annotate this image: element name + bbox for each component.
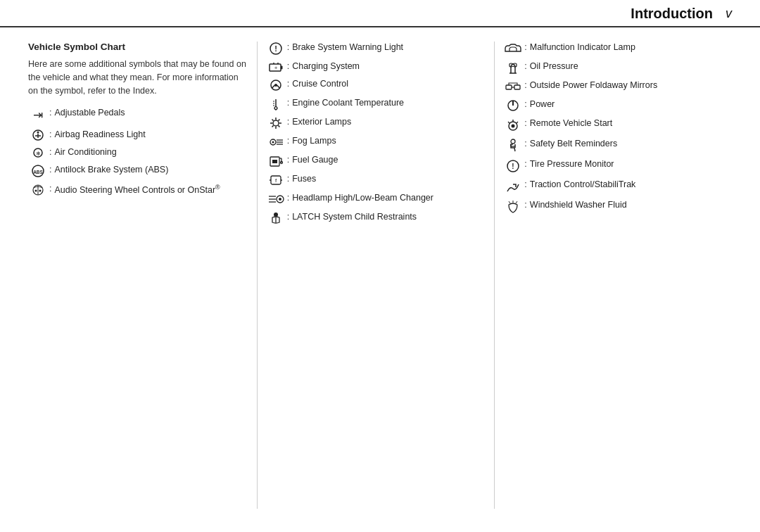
svg-text:!: ! <box>274 44 277 53</box>
cruise-icon <box>266 78 286 92</box>
headlamp-label: Headlamp High/Low-Beam Changer <box>292 192 486 205</box>
abs-icon: ABS <box>28 164 48 178</box>
list-item: ABS : Antilock Brake System (ABS) <box>28 164 248 178</box>
oil-pressure-icon <box>503 61 523 75</box>
traction-control-label: Traction Control/StabiliTrak <box>530 179 723 191</box>
list-item: : Engine Coolant Temperature <box>266 97 486 111</box>
mil-icon <box>503 42 523 56</box>
svg-point-51 <box>279 198 281 201</box>
intro-text: Here are some additional symbols that ma… <box>28 58 248 97</box>
mirrors-icon <box>503 80 523 94</box>
remote-start-label: Remote Vehicle Start <box>530 118 723 130</box>
svg-point-20 <box>274 84 277 87</box>
remote-start-icon <box>503 118 523 133</box>
fuses-icon: f <box>266 173 286 187</box>
power-icon <box>503 99 523 113</box>
list-item: : Outside Power Foldaway Mirrors <box>503 80 723 94</box>
tire-pressure-label: Tire Pressure Monitor <box>530 158 723 171</box>
adjustable-pedals-icon: ⇥ <box>28 107 48 124</box>
charging-label: Charging System <box>292 61 486 73</box>
exterior-lamps-label: Exterior Lamps <box>292 116 486 129</box>
adjustable-pedals-label: Adjustable Pedals <box>54 107 248 120</box>
brake-warning-label: Brake System Warning Light <box>292 42 486 54</box>
fuses-label: Fuses <box>292 173 486 186</box>
ac-icon: ❄ <box>28 146 48 159</box>
fog-lamps-label: Fog Lamps <box>292 135 486 148</box>
exterior-lamps-icon <box>266 116 286 130</box>
latch-label: LATCH System Child Restraints <box>292 211 486 224</box>
mil-label: Malfunction Indicator Lamp <box>530 42 723 54</box>
svg-rect-39 <box>272 160 277 163</box>
header-title: Introduction <box>631 6 713 22</box>
svg-point-24 <box>273 120 279 126</box>
svg-line-31 <box>278 120 279 121</box>
fuel-gauge-icon <box>266 154 286 168</box>
svg-point-10 <box>35 190 37 192</box>
svg-text:ABS: ABS <box>33 170 43 175</box>
list-item: : Malfunction Indicator Lamp <box>503 42 723 56</box>
list-item: ! : Brake System Warning Light <box>266 42 486 56</box>
fog-lamps-icon <box>266 135 286 149</box>
svg-point-52 <box>274 213 278 217</box>
charging-icon: + <box>266 61 286 73</box>
section-title: Vehicle Symbol Chart <box>28 42 248 52</box>
list-item: f : Fuses <box>266 173 486 187</box>
svg-point-65 <box>511 139 515 144</box>
list-item: + : Charging System <box>266 61 486 73</box>
svg-text:f: f <box>275 177 277 184</box>
oil-pressure-label: Oil Pressure <box>530 61 723 73</box>
list-item: ❄ : Air Conditioning <box>28 146 248 159</box>
ac-label: Air Conditioning <box>54 146 248 159</box>
svg-point-34 <box>272 141 274 144</box>
audio-steering-icon <box>28 183 48 197</box>
coolant-icon <box>266 97 286 111</box>
list-item: : Headlamp High/Low-Beam Changer <box>266 192 486 206</box>
svg-text:❄: ❄ <box>36 151 41 157</box>
svg-rect-57 <box>514 85 520 89</box>
svg-text:+: + <box>274 65 277 71</box>
svg-line-29 <box>272 120 273 121</box>
seatbelt-icon <box>503 138 523 153</box>
svg-line-30 <box>278 125 279 127</box>
list-item: : Windshield Washer Fluid <box>503 199 723 215</box>
latch-icon <box>266 211 286 227</box>
svg-text:!: ! <box>512 163 514 170</box>
list-item: : Fuel Gauge <box>266 154 486 168</box>
traction-control-icon <box>503 179 523 194</box>
header-page: v <box>726 6 732 21</box>
audio-steering-label: Audio Steering Wheel Controls or OnStar® <box>54 183 248 197</box>
svg-line-63 <box>517 122 518 123</box>
svg-point-64 <box>512 125 515 128</box>
airbag-icon <box>28 129 48 141</box>
svg-point-1 <box>37 132 39 134</box>
power-label: Power <box>530 99 723 111</box>
coolant-label: Engine Coolant Temperature <box>292 97 486 110</box>
list-item: : Traction Control/StabiliTrak <box>503 179 723 194</box>
svg-line-62 <box>508 122 509 123</box>
page: Introduction v Vehicle Symbol Chart Here… <box>0 0 760 532</box>
seatbelt-label: Safety Belt Reminders <box>530 138 723 151</box>
list-item: : Power <box>503 99 723 113</box>
tire-pressure-icon: ! <box>503 158 523 174</box>
list-item: : Audio Steering Wheel Controls or OnSta… <box>28 183 248 197</box>
cruise-label: Cruise Control <box>292 78 486 91</box>
list-item: ⇥ : Adjustable Pedals <box>28 107 248 124</box>
fuel-gauge-label: Fuel Gauge <box>292 154 486 167</box>
main-content: Vehicle Symbol Chart Here are some addit… <box>0 27 760 523</box>
abs-label: Antilock Brake System (ABS) <box>54 164 248 177</box>
list-item: : Oil Pressure <box>503 61 723 75</box>
column-1: Vehicle Symbol Chart Here are some addit… <box>28 42 258 509</box>
list-item: : Fog Lamps <box>266 135 486 149</box>
list-item: : Cruise Control <box>266 78 486 92</box>
airbag-label: Airbag Readiness Light <box>54 129 248 141</box>
page-header: Introduction v <box>0 0 760 27</box>
svg-rect-15 <box>281 66 283 70</box>
list-item: ! : Tire Pressure Monitor <box>503 158 723 174</box>
column-2: ! : Brake System Warning Light + <box>258 42 495 509</box>
list-item: : Airbag Readiness Light <box>28 129 248 141</box>
list-item: : Remote Vehicle Start <box>503 118 723 133</box>
svg-line-32 <box>272 125 273 127</box>
svg-rect-55 <box>506 85 512 89</box>
column-3: : Malfunction Indicator Lamp : Oil Press… <box>495 42 732 509</box>
washer-fluid-icon <box>503 199 523 215</box>
